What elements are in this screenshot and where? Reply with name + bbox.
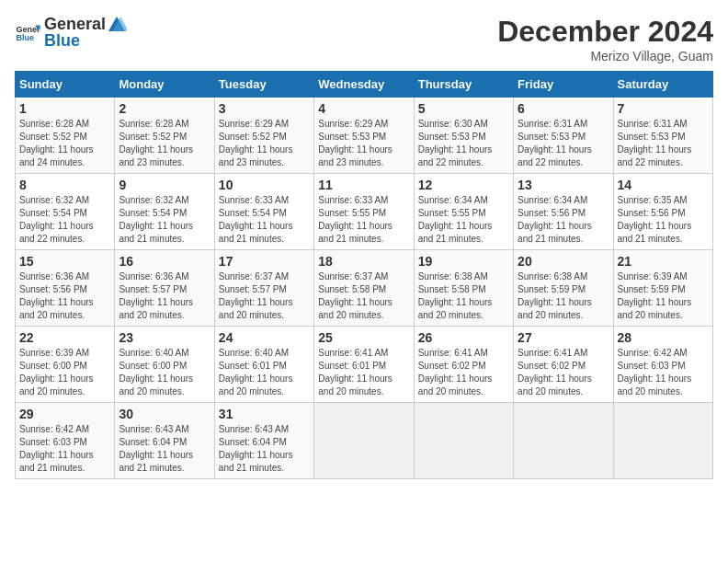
calendar-cell: 14Sunrise: 6:35 AM Sunset: 5:56 PM Dayli… <box>613 174 712 250</box>
day-number: 13 <box>518 178 609 192</box>
calendar-cell: 16Sunrise: 6:36 AM Sunset: 5:57 PM Dayli… <box>115 250 214 327</box>
day-info: Sunrise: 6:35 AM Sunset: 5:56 PM Dayligh… <box>618 194 709 246</box>
day-number: 28 <box>618 330 709 345</box>
calendar-cell: 31Sunrise: 6:43 AM Sunset: 6:04 PM Dayli… <box>214 403 313 479</box>
calendar-cell: 24Sunrise: 6:40 AM Sunset: 6:01 PM Dayli… <box>214 327 313 403</box>
calendar-cell: 5Sunrise: 6:30 AM Sunset: 5:53 PM Daylig… <box>414 98 513 174</box>
calendar-cell: 25Sunrise: 6:41 AM Sunset: 6:01 PM Dayli… <box>314 327 414 403</box>
day-number: 15 <box>19 254 110 269</box>
calendar-cell <box>414 403 513 479</box>
calendar-cell: 26Sunrise: 6:41 AM Sunset: 6:02 PM Dayli… <box>414 327 513 403</box>
page-header: General Blue General Blue December 2024 … <box>15 15 713 63</box>
day-info: Sunrise: 6:29 AM Sunset: 5:52 PM Dayligh… <box>219 118 310 169</box>
day-info: Sunrise: 6:28 AM Sunset: 5:52 PM Dayligh… <box>19 118 110 169</box>
day-info: Sunrise: 6:36 AM Sunset: 5:56 PM Dayligh… <box>19 270 110 322</box>
day-number: 11 <box>318 178 409 192</box>
day-info: Sunrise: 6:38 AM Sunset: 5:59 PM Dayligh… <box>518 270 609 322</box>
day-info: Sunrise: 6:38 AM Sunset: 5:58 PM Dayligh… <box>418 270 509 322</box>
weekday-header-friday: Friday <box>514 72 613 98</box>
day-number: 17 <box>219 254 310 269</box>
day-number: 21 <box>618 254 709 269</box>
day-number: 3 <box>219 101 310 116</box>
weekday-header-wednesday: Wednesday <box>314 72 414 98</box>
calendar-cell: 15Sunrise: 6:36 AM Sunset: 5:56 PM Dayli… <box>16 250 115 327</box>
day-info: Sunrise: 6:34 AM Sunset: 5:55 PM Dayligh… <box>418 194 509 246</box>
calendar-cell: 28Sunrise: 6:42 AM Sunset: 6:03 PM Dayli… <box>613 327 712 403</box>
day-info: Sunrise: 6:29 AM Sunset: 5:53 PM Dayligh… <box>318 118 409 169</box>
weekday-header-saturday: Saturday <box>613 72 712 98</box>
calendar-week-5: 29Sunrise: 6:42 AM Sunset: 6:03 PM Dayli… <box>16 403 713 479</box>
calendar-cell: 22Sunrise: 6:39 AM Sunset: 6:00 PM Dayli… <box>16 327 115 403</box>
day-info: Sunrise: 6:32 AM Sunset: 5:54 PM Dayligh… <box>119 194 210 246</box>
calendar-cell: 17Sunrise: 6:37 AM Sunset: 5:57 PM Dayli… <box>214 250 313 327</box>
calendar-cell: 11Sunrise: 6:33 AM Sunset: 5:55 PM Dayli… <box>314 174 414 250</box>
day-info: Sunrise: 6:37 AM Sunset: 5:58 PM Dayligh… <box>318 270 409 322</box>
day-number: 23 <box>119 330 210 345</box>
calendar-cell <box>314 403 414 479</box>
day-number: 1 <box>19 101 110 116</box>
calendar-cell: 20Sunrise: 6:38 AM Sunset: 5:59 PM Dayli… <box>514 250 613 327</box>
day-info: Sunrise: 6:33 AM Sunset: 5:54 PM Dayligh… <box>219 194 310 246</box>
weekday-header-sunday: Sunday <box>16 72 115 98</box>
day-number: 24 <box>219 330 310 345</box>
calendar-cell <box>613 403 712 479</box>
day-number: 30 <box>119 407 210 421</box>
weekday-header-tuesday: Tuesday <box>214 72 313 98</box>
calendar-cell: 2Sunrise: 6:28 AM Sunset: 5:52 PM Daylig… <box>115 98 214 174</box>
day-info: Sunrise: 6:34 AM Sunset: 5:56 PM Dayligh… <box>518 194 609 246</box>
day-info: Sunrise: 6:36 AM Sunset: 5:57 PM Dayligh… <box>119 270 210 322</box>
day-info: Sunrise: 6:31 AM Sunset: 5:53 PM Dayligh… <box>518 118 609 169</box>
location-text: Merizo Village, Guam <box>497 49 713 63</box>
day-number: 12 <box>418 178 509 192</box>
weekday-header-monday: Monday <box>115 72 214 98</box>
calendar-cell: 3Sunrise: 6:29 AM Sunset: 5:52 PM Daylig… <box>214 98 313 174</box>
calendar-cell: 7Sunrise: 6:31 AM Sunset: 5:53 PM Daylig… <box>613 98 712 174</box>
calendar-cell: 13Sunrise: 6:34 AM Sunset: 5:56 PM Dayli… <box>514 174 613 250</box>
day-number: 14 <box>618 178 709 192</box>
calendar-week-4: 22Sunrise: 6:39 AM Sunset: 6:00 PM Dayli… <box>16 327 713 403</box>
day-number: 18 <box>318 254 409 269</box>
day-number: 6 <box>518 101 609 116</box>
day-info: Sunrise: 6:33 AM Sunset: 5:55 PM Dayligh… <box>318 194 409 246</box>
day-number: 26 <box>418 330 509 345</box>
day-number: 7 <box>618 101 709 116</box>
day-number: 20 <box>518 254 609 269</box>
day-info: Sunrise: 6:42 AM Sunset: 6:03 PM Dayligh… <box>618 347 709 398</box>
day-number: 8 <box>19 178 110 192</box>
calendar-week-3: 15Sunrise: 6:36 AM Sunset: 5:56 PM Dayli… <box>16 250 713 327</box>
day-number: 2 <box>119 101 210 116</box>
weekday-header-thursday: Thursday <box>414 72 513 98</box>
day-number: 5 <box>418 101 509 116</box>
calendar-cell: 19Sunrise: 6:38 AM Sunset: 5:58 PM Dayli… <box>414 250 513 327</box>
day-number: 10 <box>219 178 310 192</box>
day-number: 4 <box>318 101 409 116</box>
day-number: 31 <box>219 407 310 421</box>
day-number: 29 <box>19 407 110 421</box>
day-number: 9 <box>119 178 210 192</box>
calendar-cell: 27Sunrise: 6:41 AM Sunset: 6:02 PM Dayli… <box>514 327 613 403</box>
svg-text:Blue: Blue <box>16 33 34 42</box>
calendar-cell: 8Sunrise: 6:32 AM Sunset: 5:54 PM Daylig… <box>16 174 115 250</box>
day-info: Sunrise: 6:41 AM Sunset: 6:02 PM Dayligh… <box>418 347 509 398</box>
calendar-cell: 30Sunrise: 6:43 AM Sunset: 6:04 PM Dayli… <box>115 403 214 479</box>
day-info: Sunrise: 6:40 AM Sunset: 6:01 PM Dayligh… <box>219 347 310 398</box>
calendar-cell: 12Sunrise: 6:34 AM Sunset: 5:55 PM Dayli… <box>414 174 513 250</box>
day-info: Sunrise: 6:30 AM Sunset: 5:53 PM Dayligh… <box>418 118 509 169</box>
calendar-cell: 23Sunrise: 6:40 AM Sunset: 6:00 PM Dayli… <box>115 327 214 403</box>
day-info: Sunrise: 6:40 AM Sunset: 6:00 PM Dayligh… <box>119 347 210 398</box>
day-info: Sunrise: 6:39 AM Sunset: 5:59 PM Dayligh… <box>618 270 709 322</box>
day-info: Sunrise: 6:39 AM Sunset: 6:00 PM Dayligh… <box>19 347 110 398</box>
day-info: Sunrise: 6:31 AM Sunset: 5:53 PM Dayligh… <box>618 118 709 169</box>
calendar-cell: 29Sunrise: 6:42 AM Sunset: 6:03 PM Dayli… <box>16 403 115 479</box>
day-info: Sunrise: 6:37 AM Sunset: 5:57 PM Dayligh… <box>219 270 310 322</box>
day-number: 16 <box>119 254 210 269</box>
calendar-header: SundayMondayTuesdayWednesdayThursdayFrid… <box>16 72 713 98</box>
day-info: Sunrise: 6:32 AM Sunset: 5:54 PM Dayligh… <box>19 194 110 246</box>
day-info: Sunrise: 6:41 AM Sunset: 6:01 PM Dayligh… <box>318 347 409 398</box>
calendar-cell: 10Sunrise: 6:33 AM Sunset: 5:54 PM Dayli… <box>214 174 313 250</box>
calendar-cell <box>514 403 613 479</box>
calendar-cell: 1Sunrise: 6:28 AM Sunset: 5:52 PM Daylig… <box>16 98 115 174</box>
logo: General Blue General Blue <box>15 15 128 51</box>
logo-icon: General Blue <box>15 20 40 46</box>
calendar-cell: 21Sunrise: 6:39 AM Sunset: 5:59 PM Dayli… <box>613 250 712 327</box>
